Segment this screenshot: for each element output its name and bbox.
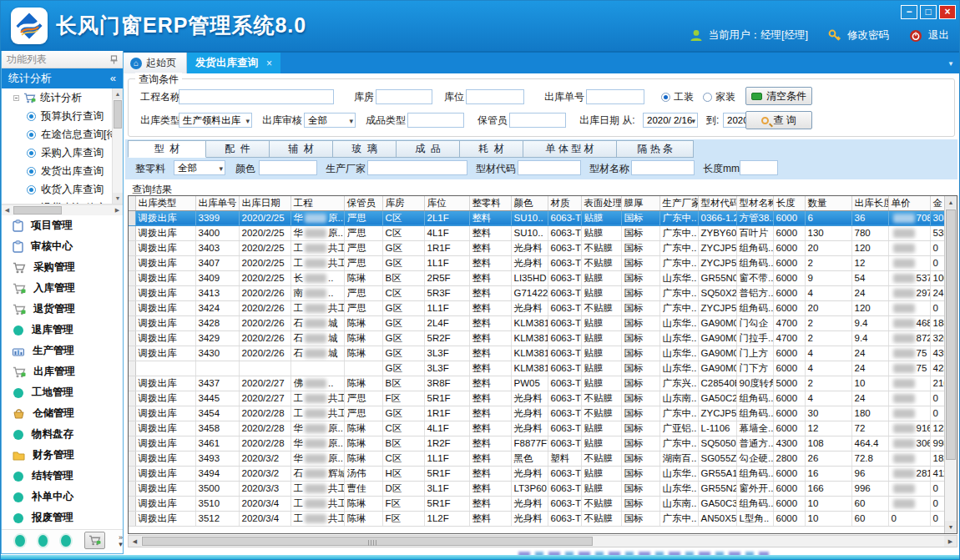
material-tab[interactable]: 辅 材 — [270, 140, 333, 158]
tree-horizontal-scrollbar[interactable]: ◀ ▶ — [2, 204, 123, 215]
column-header[interactable]: 型材名称 — [736, 196, 773, 210]
sidebar-module-item[interactable]: 仓储管理 — [2, 403, 123, 424]
profile-code-input[interactable] — [518, 160, 581, 175]
column-header[interactable]: 数量 — [805, 196, 851, 210]
project-name-input[interactable] — [179, 89, 334, 104]
column-header[interactable]: 出库类型 — [135, 196, 195, 210]
grid-vscroll-thumb[interactable] — [946, 209, 956, 460]
scroll-left-icon[interactable]: ◀ — [2, 207, 13, 214]
sidebar-module-item[interactable]: 项目管理 — [2, 215, 123, 236]
minimize-button[interactable]: − — [901, 5, 917, 19]
scroll-up-icon[interactable]: ▲ — [113, 88, 123, 99]
tab-home[interactable]: ⌂ 起始页 — [124, 53, 187, 73]
logout-link[interactable]: 退出 — [928, 28, 949, 43]
grid-vertical-scrollbar[interactable]: ▲ ▼ — [944, 196, 957, 533]
column-header[interactable]: 保管员 — [344, 196, 382, 210]
column-header[interactable]: 整零料 — [469, 196, 511, 210]
stats-section-header[interactable]: 统计分析 « — [2, 68, 123, 88]
material-tab[interactable]: 耗 材 — [460, 140, 523, 158]
sidebar-module-item[interactable]: 财务管理 — [2, 445, 123, 466]
table-row[interactable]: 调拨出库34242020/2/26工共工程严思G区1L1F整料光身料6063-T… — [129, 300, 952, 315]
column-header[interactable]: 型材代码 — [698, 196, 736, 210]
material-tab[interactable]: 型 材 — [128, 140, 206, 158]
column-header[interactable]: 单价 — [888, 196, 930, 210]
sidebar-module-item[interactable]: 结转管理 — [2, 466, 123, 487]
material-tab[interactable]: 成 品 — [397, 140, 460, 158]
sidebar-module-item[interactable]: 退货管理 — [2, 299, 123, 320]
out-type-select[interactable]: 生产领料出库 — [179, 113, 252, 128]
tree-item[interactable]: 退货查询[待定] — [2, 199, 112, 204]
column-header[interactable]: 膜厚 — [621, 196, 659, 210]
column-header[interactable]: 长度 — [773, 196, 805, 210]
grid-horizontal-scrollbar[interactable]: ◀ ▶ — [128, 535, 957, 547]
material-tab[interactable]: 单 体 型 材 — [523, 140, 617, 158]
column-header[interactable]: 出库日期 — [239, 196, 291, 210]
clear-conditions-button[interactable]: 清空条件 — [745, 87, 812, 105]
table-row[interactable]: 调拨出库34932020/3/2华原..陈琳C区1L1F整料黑色塑料不贴膜国标湖… — [129, 451, 952, 466]
tree-vertical-scrollbar[interactable]: ▲ ▼ — [112, 88, 123, 204]
table-row[interactable]: G区3L3F整料KLM38176063-T5贴膜国标山东华..GA90M09..… — [129, 361, 952, 376]
column-header[interactable]: 生产厂家 — [659, 196, 698, 210]
tree-hscroll-thumb[interactable] — [13, 206, 62, 214]
location-input[interactable] — [466, 89, 524, 104]
maximize-button[interactable]: □ — [920, 5, 937, 19]
table-row[interactable]: 调拨出库35102020/3/4工共工程陈琳F区5R1F整料光身料6063-T5… — [129, 496, 952, 511]
grid-hscroll-thumb[interactable] — [142, 537, 593, 546]
table-row[interactable]: 调拨出库34002020/2/25华原..严思C区4L1F整料SU10..606… — [129, 225, 952, 240]
pin-icon[interactable] — [110, 55, 118, 64]
column-header[interactable]: 出库单号 — [195, 196, 239, 210]
table-row[interactable]: 调拨出库34542020/2/28工共工程严思G区1R1F整料光身料6063-T… — [129, 406, 952, 421]
column-header[interactable]: 表面处理 — [581, 196, 621, 210]
module-dot-icon[interactable] — [15, 535, 25, 547]
order-no-input[interactable] — [586, 89, 644, 104]
tab-close-icon[interactable]: × — [266, 58, 272, 69]
sidebar-module-item[interactable]: 补单中心 — [2, 487, 123, 507]
tree-item[interactable]: 在途信息查询[待 — [2, 125, 112, 144]
search-button[interactable]: 查 询 — [745, 111, 812, 129]
column-header[interactable]: 库房 — [382, 196, 424, 210]
table-row[interactable]: 调拨出库33992020/2/25华原..严思C区2L1F整料SU10..606… — [129, 210, 952, 225]
radio-home[interactable]: 家装 — [703, 90, 735, 104]
tree-item[interactable]: 发货出库查询 — [2, 162, 112, 180]
table-row[interactable]: 调拨出库34612020/2/28华原..陈琳B区1R2F整料F8877FT60… — [129, 436, 952, 451]
product-type-input[interactable] — [407, 113, 464, 128]
column-header[interactable]: 颜色 — [511, 196, 548, 210]
tree-root[interactable]: 统计分析 — [2, 88, 112, 107]
column-header[interactable]: 工程 — [291, 196, 344, 210]
part-select[interactable]: 全部 — [174, 160, 225, 175]
table-row[interactable]: 调拨出库34452020/2/27工共工程严思F区5R1F整料光身料6063-T… — [129, 391, 952, 406]
tree-vscroll-thumb[interactable] — [114, 100, 122, 129]
footer-overflow-icon[interactable]: »▾ — [119, 534, 123, 547]
column-header[interactable]: 库位 — [424, 196, 469, 210]
material-tab[interactable]: 配 件 — [206, 140, 270, 158]
profile-name-input[interactable] — [631, 160, 695, 175]
table-row[interactable]: 调拨出库34372020/2/27佛..陈琳B区3R8F整料PW056063-T… — [129, 376, 952, 391]
warehouse-input[interactable] — [376, 89, 432, 104]
tree-item[interactable]: 预算执行查询 — [2, 107, 112, 125]
tree-item[interactable]: 采购入库查询 — [2, 144, 112, 162]
sidebar-module-item[interactable]: 物料盘存 — [2, 424, 123, 445]
module-dot-icon[interactable] — [61, 535, 71, 547]
table-row[interactable]: 调拨出库34302020/2/26石城陈琳G区3L3F整料KLM38176063… — [129, 346, 952, 361]
tree-item[interactable]: 收货入库查询 — [2, 180, 112, 199]
scroll-up-icon[interactable]: ▲ — [945, 196, 957, 209]
table-row[interactable]: 调拨出库34032020/2/25工共工程严思G区1R1F整料光身料6063-T… — [129, 240, 952, 255]
table-row[interactable]: 调拨出库35122020/3/4工共工程陈琳F区1L2F整料光身料6063-T5… — [129, 511, 952, 526]
collapse-icon[interactable]: « — [110, 68, 116, 88]
sidebar-module-item[interactable]: 工地管理 — [2, 382, 123, 403]
sidebar-module-item[interactable]: 退库管理 — [2, 320, 123, 341]
table-row[interactable]: 调拨出库34072020/2/25工共工程严思G区1L1F整料光身料6063-T… — [129, 255, 952, 270]
material-tab[interactable]: 隔 热 条 — [617, 140, 694, 158]
date-from-picker[interactable]: 2020/ 2/16 — [643, 113, 698, 128]
keeper-input[interactable] — [509, 113, 566, 128]
scroll-right-icon[interactable]: ▶ — [944, 536, 957, 547]
sidebar-module-item[interactable]: 入库管理 — [2, 278, 123, 299]
tab-overflow-icon[interactable]: ▼ — [947, 60, 954, 68]
length-input[interactable] — [740, 160, 778, 175]
scroll-down-icon[interactable]: ▼ — [945, 521, 957, 533]
sidebar-module-item[interactable]: 生产管理 — [2, 341, 123, 361]
sidebar-module-item[interactable]: 出库管理 — [2, 361, 123, 382]
sidebar-module-item[interactable]: 采购管理 — [2, 257, 123, 278]
table-row[interactable]: 调拨出库34292020/2/26石城陈琳G区5R2F整料KLM38176063… — [129, 330, 952, 346]
audit-select[interactable]: 全部 — [304, 113, 356, 128]
